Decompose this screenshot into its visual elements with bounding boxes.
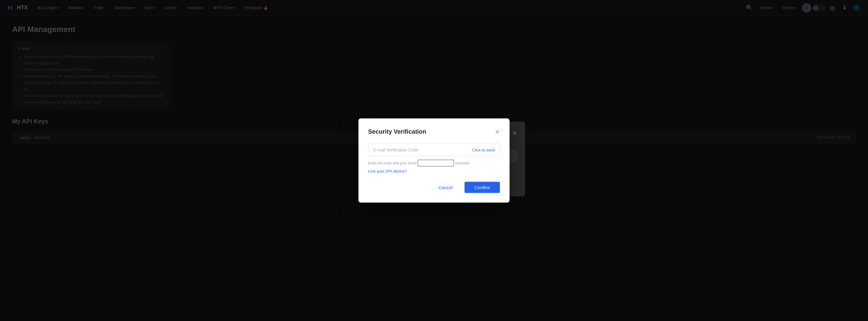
email-code-label: E-mail Verification Code bbox=[373, 147, 472, 152]
email-code-field[interactable]: E-mail Verification Code Click to send bbox=[368, 144, 500, 156]
cancel-button[interactable]: Cancel bbox=[430, 182, 461, 193]
security-verification-modal: Security Verification ✕ E-mail Verificat… bbox=[359, 118, 509, 203]
security-modal-title: Security Verification bbox=[368, 128, 426, 135]
security-modal-close-button[interactable]: ✕ bbox=[495, 129, 500, 135]
create-api-close-button[interactable]: ✕ bbox=[512, 130, 517, 137]
lost-device-link[interactable]: Lost your 2FA device? bbox=[368, 169, 500, 174]
click-to-send-button[interactable]: Click to send bbox=[472, 147, 495, 152]
security-modal-header: Security Verification ✕ bbox=[368, 128, 500, 135]
confirm-button[interactable]: Confirm bbox=[465, 182, 500, 193]
modal-actions: Cancel Confirm bbox=[368, 182, 500, 193]
code-inline-input bbox=[418, 160, 454, 167]
code-hint: Enter the code that your email received bbox=[368, 160, 500, 167]
